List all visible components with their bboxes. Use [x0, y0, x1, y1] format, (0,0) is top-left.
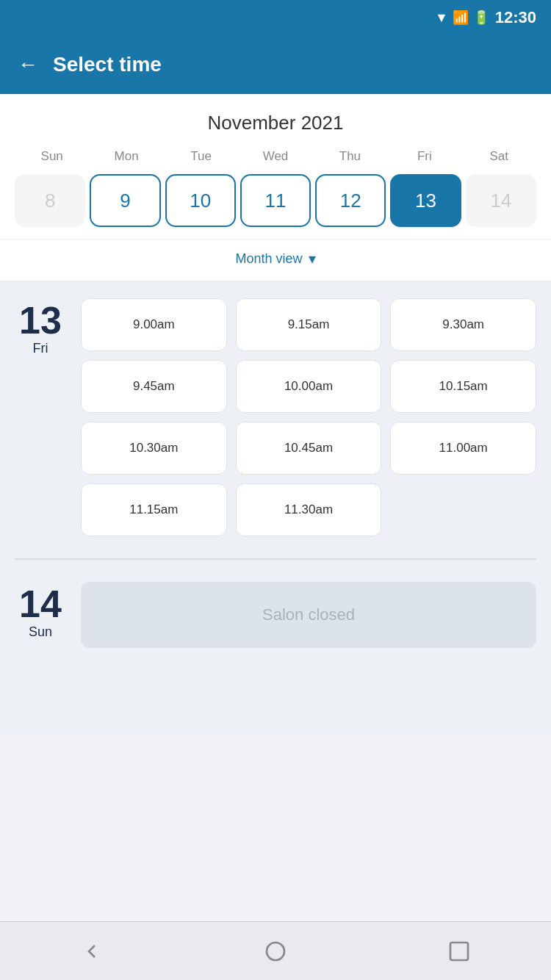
weekday-label: Sat — [462, 146, 536, 167]
time-slot[interactable]: 9.00am — [81, 298, 227, 351]
bottom-navigation — [0, 921, 551, 980]
day-label: 14Sun — [15, 582, 66, 648]
chevron-down-icon: ▾ — [309, 250, 316, 267]
schedule-section: 13Fri9.00am9.15am9.30am9.45am10.00am10.1… — [0, 281, 551, 736]
time-slot[interactable]: 10.45am — [236, 422, 382, 475]
time-slot[interactable]: 9.30am — [390, 298, 536, 351]
svg-rect-1 — [450, 943, 468, 960]
day-name: Fri — [33, 341, 48, 356]
time-slot[interactable]: 11.15am — [81, 483, 227, 536]
time-slot[interactable]: 9.45am — [81, 360, 227, 413]
svg-point-0 — [267, 943, 284, 960]
time-slots-grid: 9.00am9.15am9.30am9.45am10.00am10.15am10… — [81, 298, 536, 536]
date-cell[interactable]: 9 — [90, 174, 160, 227]
page-title: Select time — [53, 53, 162, 76]
back-button[interactable]: ← — [18, 54, 38, 75]
date-cell: 8 — [15, 174, 85, 227]
time-slot[interactable]: 10.30am — [81, 422, 227, 475]
day-closed-block: 14SunSalon closed — [15, 582, 536, 648]
battery-icon: 🔋 — [473, 10, 489, 26]
signal-icon: 📶 — [453, 10, 469, 26]
day-name: Sun — [29, 624, 52, 640]
wifi-icon: ▼ — [435, 10, 448, 26]
nav-back-button[interactable] — [80, 940, 104, 963]
app-header: ← Select time — [0, 35, 551, 94]
day-number: 14 — [19, 585, 62, 623]
status-bar: ▼ 📶 🔋 12:30 — [0, 0, 551, 35]
month-view-label: Month view — [235, 251, 302, 267]
date-cell[interactable]: 12 — [315, 174, 386, 227]
weekday-label: Tue — [164, 146, 238, 167]
weekday-label: Mon — [89, 146, 163, 167]
status-icons: ▼ 📶 🔋 — [435, 10, 489, 26]
time-slot[interactable]: 10.00am — [236, 360, 382, 413]
month-label: November 2021 — [15, 112, 536, 134]
section-divider — [15, 558, 536, 560]
day-open-block: 13Fri9.00am9.15am9.30am9.45am10.00am10.1… — [15, 298, 536, 536]
weekday-label: Fri — [387, 146, 461, 167]
time-slot[interactable]: 9.15am — [236, 298, 382, 351]
day-number: 13 — [19, 301, 62, 339]
weekday-label: Wed — [238, 146, 312, 167]
weekday-label: Thu — [313, 146, 387, 167]
date-row: 891011121314 — [15, 174, 536, 239]
weekday-label: Sun — [15, 146, 89, 167]
date-cell[interactable]: 11 — [240, 174, 311, 227]
calendar-section: November 2021 SunMonTueWedThuFriSat 8910… — [0, 94, 551, 239]
day-label: 13Fri — [15, 298, 66, 536]
time-slot[interactable]: 11.00am — [390, 422, 536, 475]
status-time: 12:30 — [495, 8, 536, 27]
time-slot[interactable]: 10.15am — [390, 360, 536, 413]
date-cell[interactable]: 10 — [165, 174, 236, 227]
date-cell: 14 — [466, 174, 536, 227]
time-slot[interactable]: 11.30am — [236, 483, 382, 536]
weekday-row: SunMonTueWedThuFriSat — [15, 146, 536, 167]
nav-recents-button[interactable] — [447, 940, 471, 963]
salon-closed-message: Salon closed — [81, 582, 536, 648]
date-cell[interactable]: 13 — [390, 174, 461, 227]
month-view-toggle[interactable]: Month view ▾ — [0, 239, 551, 281]
nav-home-button[interactable] — [264, 940, 287, 963]
